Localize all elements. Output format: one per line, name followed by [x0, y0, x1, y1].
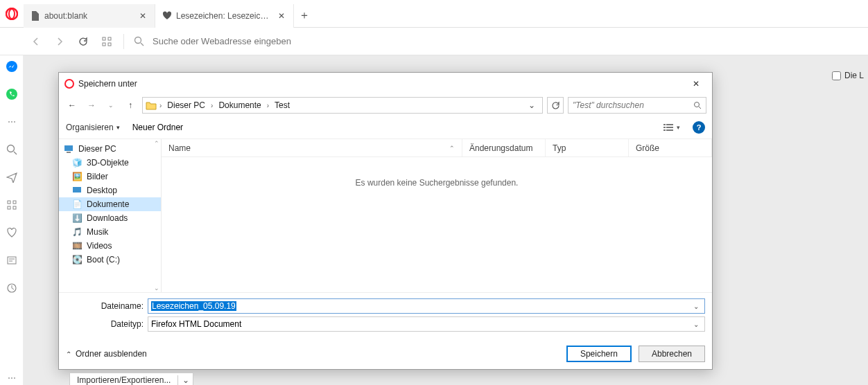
desktop-icon	[71, 186, 83, 195]
tree-item-3d[interactable]: 🧊3D-Objekte	[59, 156, 161, 170]
tree-item-pictures[interactable]: 🖼️Bilder	[59, 170, 161, 183]
scroll-down-icon[interactable]: ⌄	[153, 284, 161, 292]
folder-search-input[interactable]	[573, 100, 691, 110]
scroll-up-icon[interactable]: ⌃	[153, 139, 161, 147]
help-button[interactable]: ?	[693, 121, 705, 134]
image-icon: 🖼️	[71, 172, 83, 181]
right-checkbox-group: Die L	[832, 71, 864, 80]
tree-root[interactable]: Dieser PC	[59, 142, 161, 156]
back-button[interactable]	[29, 35, 43, 48]
speed-dial-icon[interactable]	[100, 35, 114, 48]
svg-rect-18	[663, 124, 666, 125]
doc-icon: 📄	[71, 199, 83, 209]
tree-item-documents[interactable]: 📄Dokumente	[59, 197, 161, 211]
cancel-button[interactable]: Abbrechen	[639, 346, 705, 362]
tree-label: Musik	[87, 227, 108, 237]
search-rail-icon[interactable]	[5, 143, 19, 156]
reload-button[interactable]	[76, 35, 90, 48]
tree-item-desktop[interactable]: Desktop	[59, 183, 161, 197]
chevron-right-icon[interactable]: ›	[158, 102, 163, 109]
chevron-right-icon[interactable]: ›	[266, 102, 270, 109]
nav-recent-dropdown[interactable]: ⌄	[103, 98, 119, 113]
svg-rect-14	[8, 257, 16, 264]
close-dialog-button[interactable]: ✕	[684, 75, 708, 92]
grid-icon[interactable]	[5, 198, 19, 212]
filetype-value: Firefox HTML Document	[151, 319, 241, 329]
new-tab-button[interactable]: ＋	[294, 4, 315, 28]
news-icon[interactable]	[5, 253, 19, 267]
tree-item-downloads[interactable]: ⬇️Downloads	[59, 211, 161, 225]
heart-icon	[162, 11, 172, 21]
filename-field[interactable]: Lesezeichen_05.09.19 ⌄	[148, 298, 705, 314]
music-icon: 🎵	[71, 227, 83, 237]
forward-button[interactable]	[53, 35, 67, 48]
view-mode-button[interactable]: ▾	[663, 123, 680, 132]
breadcrumb-segment[interactable]: Test	[272, 100, 293, 110]
tab-about-blank[interactable]: about:blank ✕	[24, 4, 155, 28]
tab-bookmarks[interactable]: Lesezeichen: Lesezeichenle ✕	[155, 4, 294, 28]
svg-point-6	[135, 37, 141, 44]
chevron-down-icon: ▾	[677, 124, 680, 131]
search-icon	[693, 101, 702, 109]
svg-rect-12	[8, 206, 10, 209]
nav-forward-button[interactable]: →	[84, 98, 99, 113]
close-icon[interactable]: ✕	[138, 11, 148, 21]
nav-up-button[interactable]: ↑	[123, 98, 138, 113]
folder-search-box[interactable]	[568, 97, 706, 114]
filetype-label: Dateityp:	[66, 319, 144, 329]
ellipsis-icon[interactable]: ⋯	[5, 115, 19, 129]
empty-message: Es wurden keine Suchergebnisse gefunden.	[162, 157, 712, 208]
svg-rect-2	[103, 37, 105, 40]
sort-arrow-icon: ⌃	[449, 145, 455, 152]
chevron-down-icon: ▾	[116, 124, 120, 131]
column-headers: Name⌃ Änderungsdatum Typ Größe	[162, 139, 712, 157]
breadcrumb[interactable]: › Dieser PC › Dokumente › Test ⌄	[142, 97, 543, 114]
tree-scrollbar[interactable]: ⌃⌄	[153, 139, 161, 292]
filename-label: Dateiname:	[66, 301, 144, 311]
video-icon: 🎞️	[71, 241, 83, 251]
chevron-down-icon[interactable]: ⌄	[691, 303, 702, 310]
column-name[interactable]: Name⌃	[162, 139, 462, 156]
svg-point-7	[6, 61, 17, 72]
chevron-down-icon[interactable]: ⌄	[524, 100, 539, 110]
breadcrumb-segment[interactable]: Dokumente	[216, 100, 263, 110]
svg-rect-26	[73, 187, 81, 192]
filetype-field[interactable]: Firefox HTML Document ⌄	[148, 316, 705, 332]
checkbox[interactable]	[832, 71, 841, 80]
download-icon: ⬇️	[71, 213, 83, 223]
opera-small-icon	[64, 79, 74, 89]
filename-value: Lesezeichen_05.09.19	[151, 301, 236, 311]
column-date[interactable]: Änderungsdatum	[462, 139, 546, 156]
more-icon[interactable]: ⋯	[5, 371, 19, 385]
tree-item-videos[interactable]: 🎞️Videos	[59, 239, 161, 253]
save-button[interactable]: Speichern	[566, 346, 632, 362]
opera-logo-icon[interactable]	[0, 0, 24, 28]
chevron-right-icon[interactable]: ›	[209, 102, 214, 109]
column-size[interactable]: Größe	[629, 139, 712, 156]
messenger-icon[interactable]	[5, 60, 19, 73]
tree-label: Videos	[87, 241, 112, 251]
nav-back-button[interactable]: ←	[64, 98, 80, 113]
send-icon[interactable]	[5, 170, 19, 184]
organize-label: Organisieren	[66, 123, 114, 132]
chevron-down-icon[interactable]: ⌄	[691, 321, 702, 328]
file-icon	[31, 11, 40, 21]
column-type[interactable]: Typ	[546, 139, 629, 156]
close-icon[interactable]: ✕	[277, 11, 286, 21]
organize-menu[interactable]: Organisieren ▾	[66, 123, 120, 132]
tree-item-music[interactable]: 🎵Musik	[59, 225, 161, 239]
heart-rail-icon[interactable]	[5, 226, 19, 240]
svg-point-17	[695, 102, 700, 107]
hide-folders-toggle[interactable]: ⌃ Ordner ausblenden	[66, 349, 147, 359]
refresh-button[interactable]	[547, 97, 564, 114]
svg-rect-11	[13, 201, 16, 204]
whatsapp-icon[interactable]	[5, 87, 19, 101]
drive-icon: 💽	[71, 255, 83, 265]
breadcrumb-segment[interactable]: Dieser PC	[164, 100, 208, 110]
import-export-button[interactable]: Importieren/Exportieren... ⌄	[69, 373, 193, 385]
new-folder-button[interactable]: Neuer Ordner	[132, 123, 183, 132]
clock-icon[interactable]	[5, 281, 19, 295]
tree-item-drive-c[interactable]: 💽Boot (C:)	[59, 253, 161, 267]
address-search-input[interactable]	[153, 36, 862, 46]
chevron-down-icon[interactable]: ⌄	[177, 375, 193, 385]
